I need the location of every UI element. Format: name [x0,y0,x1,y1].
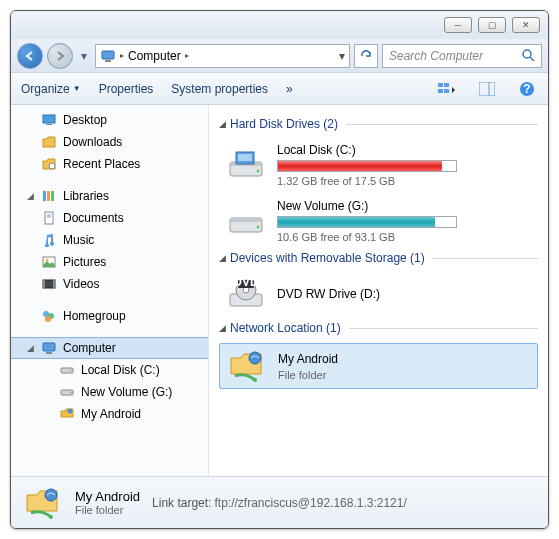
sidebar-item-new-g[interactable]: New Volume (G:) [11,381,208,403]
svg-point-2 [523,50,531,58]
main-pane: ◢ Hard Disk Drives (2) Local Disk (C:) 1… [209,105,548,476]
svg-point-38 [257,170,260,173]
svg-line-3 [530,57,534,61]
svg-point-28 [45,316,51,322]
documents-icon [41,210,57,226]
sidebar-item-documents[interactable]: Documents [11,207,208,229]
address-dropdown[interactable]: ▾ [339,49,345,63]
drive-name: New Volume (G:) [277,199,532,213]
svg-rect-13 [46,124,52,125]
svg-point-43 [257,226,260,229]
svg-rect-5 [444,83,449,87]
preview-pane-button[interactable] [476,78,498,100]
libraries-icon [41,188,57,204]
music-icon [41,232,57,248]
svg-rect-8 [479,82,495,96]
forward-button[interactable] [47,43,73,69]
computer-icon [100,48,116,64]
overflow-button[interactable]: » [286,82,293,96]
hard-drive-icon [225,147,267,183]
sidebar-item-my-android[interactable]: My Android [11,403,208,425]
sidebar-item-videos[interactable]: Videos [11,273,208,295]
maximize-button[interactable]: ▢ [478,17,506,33]
usage-bar [277,216,457,228]
pictures-icon [41,254,57,270]
svg-rect-7 [444,89,449,93]
svg-rect-1 [105,60,111,62]
back-button[interactable] [17,43,43,69]
group-network-location[interactable]: ◢ Network Location (1) [219,321,538,335]
svg-rect-18 [45,212,53,224]
svg-point-32 [70,370,72,372]
downloads-icon [41,134,57,150]
drive-name: DVD RW Drive (D:) [277,287,532,301]
titlebar: ─ ▢ ✕ [11,11,548,39]
drive-dvd[interactable]: DVD DVD RW Drive (D:) [219,273,538,317]
breadcrumb-item[interactable]: Computer [128,49,181,63]
svg-point-52 [49,515,53,519]
svg-point-14 [49,163,55,169]
network-folder-icon [23,483,63,523]
sidebar-item-computer[interactable]: ◢ Computer [11,337,208,359]
details-link-label: Link target: [152,496,211,510]
drive-free-space: 1.32 GB free of 17.5 GB [277,175,532,187]
svg-text:?: ? [523,82,530,96]
dvd-drive-icon: DVD [225,277,267,313]
drive-my-android[interactable]: My Android File folder [219,343,538,389]
sidebar-item-desktop[interactable]: Desktop [11,109,208,131]
command-bar: Organize▼ Properties System properties »… [11,73,548,105]
breadcrumb-separator: ▸ [120,51,124,60]
drive-type: File folder [278,369,531,381]
hard-drive-icon [225,203,267,239]
desktop-icon [41,112,57,128]
network-folder-icon [226,348,268,384]
expand-icon[interactable]: ◢ [25,343,35,353]
svg-rect-17 [51,191,54,201]
svg-point-49 [249,352,261,364]
svg-point-35 [68,409,73,414]
window-controls: ─ ▢ ✕ [444,17,540,33]
close-button[interactable]: ✕ [512,17,540,33]
sidebar-item-recent[interactable]: Recent Places [11,153,208,175]
svg-point-50 [253,378,257,382]
details-link-target: ftp://zfranciscus@192.168.1.3:2121/ [214,496,406,510]
address-bar[interactable]: ▸ Computer ▸ ▾ [95,44,350,68]
sidebar-item-pictures[interactable]: Pictures [11,251,208,273]
navigation-pane: Desktop Downloads Recent Places ◢ Librar… [11,105,209,476]
system-properties-button[interactable]: System properties [171,82,268,96]
group-hard-disk-drives[interactable]: ◢ Hard Disk Drives (2) [219,117,538,131]
sidebar-item-homegroup[interactable]: Homegroup [11,305,208,327]
svg-rect-16 [47,191,50,201]
refresh-button[interactable] [354,44,378,68]
sidebar-item-local-c[interactable]: Local Disk (C:) [11,359,208,381]
drive-local-c[interactable]: Local Disk (C:) 1.32 GB free of 17.5 GB [219,139,538,191]
refresh-icon [359,49,373,63]
arrow-right-icon [54,50,66,62]
svg-rect-0 [102,51,114,59]
group-removable-storage[interactable]: ◢ Devices with Removable Storage (1) [219,251,538,265]
svg-rect-25 [53,280,55,288]
organize-menu[interactable]: Organize▼ [21,82,81,96]
svg-rect-29 [43,343,55,351]
collapse-icon: ◢ [219,119,226,129]
network-folder-icon [59,406,75,422]
drive-free-space: 10.6 GB free of 93.1 GB [277,231,532,243]
view-options-button[interactable] [436,78,458,100]
svg-text:DVD: DVD [233,278,259,289]
sidebar-item-libraries[interactable]: ◢ Libraries [11,185,208,207]
expand-icon[interactable]: ◢ [25,191,35,201]
details-type: File folder [75,504,140,516]
properties-button[interactable]: Properties [99,82,154,96]
search-input[interactable]: Search Computer [382,44,542,68]
svg-rect-12 [43,115,55,123]
sidebar-item-music[interactable]: Music [11,229,208,251]
minimize-button[interactable]: ─ [444,17,472,33]
drive-new-g[interactable]: New Volume (G:) 10.6 GB free of 93.1 GB [219,195,538,247]
search-icon [522,49,535,62]
svg-point-34 [70,392,72,394]
sidebar-item-downloads[interactable]: Downloads [11,131,208,153]
history-dropdown[interactable]: ▾ [77,46,91,66]
svg-rect-15 [43,191,46,201]
help-button[interactable]: ? [516,78,538,100]
svg-rect-6 [438,89,443,93]
